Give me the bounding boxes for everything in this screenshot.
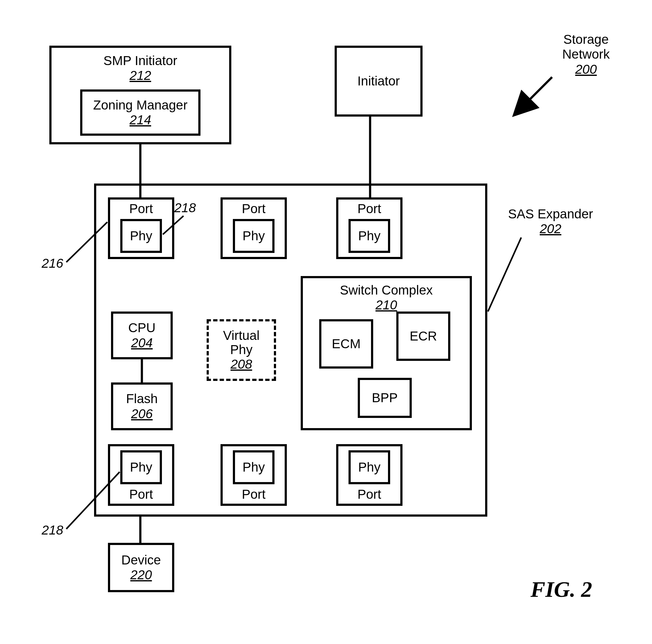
phy-label-br: Phy — [358, 460, 380, 475]
switch-complex-ref: 210 — [375, 298, 397, 313]
phy-top-right: Phy — [349, 219, 390, 253]
flash-ref: 206 — [131, 406, 153, 421]
device-ref: 220 — [130, 567, 152, 582]
port-label-tm: Port — [242, 202, 266, 216]
figure-label: FIG. 2 — [531, 577, 592, 602]
smp-initiator-title: SMP Initiator — [103, 53, 177, 68]
phy-label-tl: Phy — [130, 229, 152, 243]
zoning-manager-title: Zoning Manager — [93, 98, 188, 113]
zoning-manager-ref: 214 — [130, 113, 151, 127]
bpp-title: BPP — [372, 391, 398, 405]
ecr-title: ECR — [410, 329, 437, 344]
phy-bottom-right: Phy — [349, 450, 390, 484]
phy-bottom-mid: Phy — [233, 450, 274, 484]
phy-bottom-left: Phy — [120, 450, 162, 484]
device-title: Device — [121, 553, 161, 567]
phy-label-tm: Phy — [242, 229, 265, 243]
device-box: Device 220 — [108, 543, 174, 592]
ecm-box: ECM — [319, 319, 373, 369]
flash-box: Flash 206 — [111, 382, 173, 430]
ref-218a: 218 — [174, 200, 196, 215]
svg-line-4 — [488, 238, 521, 312]
switch-complex-title: Switch Complex — [340, 283, 433, 298]
ecr-box: ECR — [396, 312, 450, 361]
flash-title: Flash — [126, 392, 158, 406]
phy-label-bl: Phy — [130, 460, 152, 475]
ecm-title: ECM — [332, 337, 360, 351]
diagram-canvas: Storage Network 200 SMP Initiator 212 Zo… — [0, 0, 652, 644]
ref-218b: 218 — [42, 523, 63, 538]
storage-network-label: Storage Network 200 — [546, 32, 626, 77]
ref-216: 216 — [42, 256, 63, 271]
port-label-bl: Port — [129, 487, 153, 502]
port-label-br: Port — [357, 487, 381, 502]
virtual-phy-ref: 208 — [230, 357, 252, 372]
sas-expander-title: SAS Expander — [500, 207, 601, 221]
cpu-title: CPU — [128, 320, 156, 335]
smp-initiator-ref: 212 — [130, 68, 151, 83]
phy-top-left: Phy — [120, 219, 162, 253]
port-label-bm: Port — [242, 487, 266, 502]
sas-expander-ref: 202 — [500, 221, 601, 236]
phy-top-mid: Phy — [233, 219, 274, 253]
sas-expander-label: SAS Expander 202 — [500, 207, 601, 237]
svg-line-5 — [526, 77, 552, 103]
phy-label-bm: Phy — [242, 460, 265, 475]
initiator-box: Initiator — [335, 46, 423, 116]
phy-label-tr: Phy — [358, 229, 380, 243]
zoning-manager-box: Zoning Manager 214 — [80, 89, 200, 136]
initiator-title: Initiator — [357, 74, 400, 88]
bpp-box: BPP — [358, 378, 412, 418]
cpu-ref: 204 — [131, 336, 153, 350]
port-label-tr: Port — [357, 202, 381, 216]
storage-network-ref: 200 — [546, 62, 626, 77]
storage-network-title: Storage Network — [546, 32, 626, 62]
virtual-phy-title: VirtualPhy — [223, 328, 260, 357]
virtual-phy-box: VirtualPhy 208 — [207, 319, 276, 381]
cpu-box: CPU 204 — [111, 312, 173, 359]
port-label-tl: Port — [129, 202, 153, 216]
